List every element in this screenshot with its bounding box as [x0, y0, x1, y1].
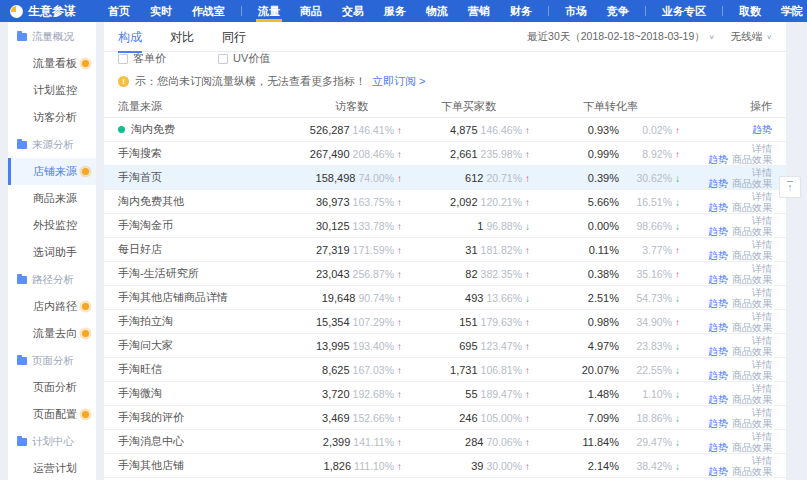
item-effect-link[interactable]: 商品效果 — [732, 418, 772, 429]
date-range-select[interactable]: 最近30天（2018-02-18~2018-03-19） ∨ — [527, 30, 715, 44]
table-row[interactable]: 手淘-生活研究所23,043256.87%↑82382.35%↑0.38%35.… — [104, 262, 786, 286]
back-to-top-button[interactable]: ↑ — [779, 176, 801, 198]
table-row[interactable]: 手淘其他店铺商品详情19,64890.74%↑49313.66%↓2.51%54… — [104, 286, 786, 310]
trend-link[interactable]: 趋势 — [708, 154, 728, 165]
metric-checkbox[interactable]: 客单价 — [118, 52, 166, 66]
item-effect-link[interactable]: 商品效果 — [732, 394, 772, 405]
checkbox-icon[interactable] — [118, 54, 128, 64]
trend-link[interactable]: 趋势 — [708, 418, 728, 429]
nav-item[interactable]: 财务 — [500, 0, 542, 22]
detail-link[interactable]: 详情 — [752, 287, 772, 298]
col-visitors[interactable]: 访客数 — [274, 99, 402, 114]
detail-link[interactable]: 详情 — [752, 431, 772, 442]
item-effect-link[interactable]: 商品效果 — [732, 346, 772, 357]
table-row[interactable]: 手淘旺信8,625167.03%↑1,731106.81%↑20.07%22.5… — [104, 358, 786, 382]
metric-checkbox[interactable]: UV价值 — [218, 52, 270, 66]
trend-link[interactable]: 趋势 — [708, 250, 728, 261]
col-conversion[interactable]: 下单转化率 — [530, 99, 680, 114]
nav-item[interactable]: 学院 — [771, 0, 807, 22]
detail-link[interactable]: 详情 — [752, 167, 772, 178]
item-effect-link[interactable]: 商品效果 — [732, 442, 772, 453]
sidebar-item[interactable]: 店内路径 — [8, 293, 96, 320]
subscribe-link[interactable]: 立即订阅 > — [372, 74, 425, 89]
table-row[interactable]: 淘内免费其他36,973163.75%↑2,092120.21%↑5.66%16… — [104, 190, 786, 214]
detail-link[interactable]: 详情 — [752, 191, 772, 202]
detail-link[interactable]: 详情 — [752, 407, 772, 418]
sidebar-item[interactable]: 运营计划 — [8, 455, 96, 480]
item-effect-link[interactable]: 商品效果 — [732, 178, 772, 189]
nav-item[interactable]: 首页 — [98, 0, 140, 22]
table-row[interactable]: 手淘搜索267,490208.46%↑2,661235.98%↑0.99%8.9… — [104, 142, 786, 166]
sidebar-item[interactable]: 页面分析 — [8, 374, 96, 401]
sidebar-item[interactable]: 页面配置 — [8, 401, 96, 428]
sidebar-item[interactable]: 访客分析 — [8, 104, 96, 131]
nav-item[interactable]: 商品 — [290, 0, 332, 22]
item-effect-link[interactable]: 商品效果 — [732, 250, 772, 261]
table-row[interactable]: 手淘拍立淘15,354107.29%↑151179.63%↑0.98%34.90… — [104, 310, 786, 334]
terminal-select[interactable]: 无线端 ∨ — [731, 30, 772, 44]
nav-item[interactable]: 营销 — [458, 0, 500, 22]
detail-link[interactable]: 详情 — [752, 263, 772, 274]
item-effect-link[interactable]: 商品效果 — [732, 466, 772, 477]
detail-link[interactable]: 详情 — [752, 311, 772, 322]
nav-item[interactable]: 取数 — [729, 0, 771, 22]
table-row[interactable]: 手淘淘金币30,125133.78%↑196.88%↓0.00%98.66%↓详… — [104, 214, 786, 238]
trend-link[interactable]: 趋势 — [708, 274, 728, 285]
sidebar-item[interactable]: 计划监控 — [8, 77, 96, 104]
sidebar-item[interactable]: 选词助手 — [8, 239, 96, 266]
detail-link[interactable]: 详情 — [752, 359, 772, 370]
trend-link[interactable]: 趋势 — [708, 442, 728, 453]
sidebar-item[interactable]: 外投监控 — [8, 212, 96, 239]
trend-link[interactable]: 趋势 — [708, 298, 728, 309]
detail-link[interactable]: 详情 — [752, 383, 772, 394]
tab-peers[interactable]: 同行 — [222, 22, 246, 52]
table-row[interactable]: 淘内免费526,287146.41%↑4,875146.46%↑0.93%0.0… — [104, 118, 786, 142]
trend-link[interactable]: 趋势 — [708, 346, 728, 357]
sidebar-item[interactable]: 流量去向 — [8, 320, 96, 347]
trend-link[interactable]: 趋势 — [708, 394, 728, 405]
nav-item[interactable]: 竞争 — [597, 0, 639, 22]
nav-item[interactable]: 交易 — [332, 0, 374, 22]
checkbox-icon[interactable] — [218, 54, 228, 64]
item-effect-link[interactable]: 商品效果 — [732, 274, 772, 285]
sidebar-item[interactable]: 商品来源 — [8, 185, 96, 212]
trend-link[interactable]: 趋势 — [752, 124, 772, 135]
tab-composition[interactable]: 构成 — [118, 22, 142, 52]
trend-link[interactable]: 趋势 — [708, 178, 728, 189]
nav-item[interactable]: 市场 — [555, 0, 597, 22]
tab-compare[interactable]: 对比 — [170, 22, 194, 52]
table-row[interactable]: 手淘微淘3,720192.68%↑55189.47%↑1.48%1.10%↓详情… — [104, 382, 786, 406]
item-effect-link[interactable]: 商品效果 — [732, 370, 772, 381]
item-effect-link[interactable]: 商品效果 — [732, 322, 772, 333]
item-effect-link[interactable]: 商品效果 — [732, 154, 772, 165]
col-source[interactable]: 流量来源 — [118, 99, 274, 114]
detail-link[interactable]: 详情 — [752, 143, 772, 154]
detail-link[interactable]: 详情 — [752, 335, 772, 346]
trend-link[interactable]: 趋势 — [708, 322, 728, 333]
item-effect-link[interactable]: 商品效果 — [732, 298, 772, 309]
table-row[interactable]: 手淘消息中心2,399141.11%↑28470.06%↑11.84%29.47… — [104, 430, 786, 454]
trend-link[interactable]: 趋势 — [708, 370, 728, 381]
nav-item[interactable]: 物流 — [416, 0, 458, 22]
nav-item[interactable]: 实时 — [140, 0, 182, 22]
item-effect-link[interactable]: 商品效果 — [732, 202, 772, 213]
table-row[interactable]: 手淘问大家13,995193.40%↑695123.47%↑4.97%23.83… — [104, 334, 786, 358]
detail-link[interactable]: 详情 — [752, 239, 772, 250]
brand[interactable]: 生意参谋 — [10, 3, 76, 20]
table-row[interactable]: 每日好店27,319171.59%↑31181.82%↑0.11%3.77%↑详… — [104, 238, 786, 262]
sidebar-item[interactable]: 店铺来源 — [8, 158, 96, 185]
table-row[interactable]: 手淘其他店铺1,826111.10%↑3930.00%↑2.14%38.42%↓… — [104, 454, 786, 478]
nav-item[interactable]: 业务专区 — [652, 0, 716, 22]
nav-item[interactable]: 流量 — [248, 0, 290, 22]
nav-item[interactable]: 作战室 — [182, 0, 235, 22]
table-row[interactable]: 手淘首页158,49874.00%↑61220.71%↑0.39%30.62%↓… — [104, 166, 786, 190]
sidebar-item[interactable]: 流量看板 — [8, 50, 96, 77]
detail-link[interactable]: 详情 — [752, 455, 772, 466]
trend-link[interactable]: 趋势 — [708, 202, 728, 213]
trend-link[interactable]: 趋势 — [708, 226, 728, 237]
col-buyers[interactable]: 下单买家数 — [402, 99, 530, 114]
item-effect-link[interactable]: 商品效果 — [732, 226, 772, 237]
table-row[interactable]: 手淘我的评价3,469152.66%↑246105.00%↑7.09%18.86… — [104, 406, 786, 430]
trend-link[interactable]: 趋势 — [708, 466, 728, 477]
nav-item[interactable]: 服务 — [374, 0, 416, 22]
